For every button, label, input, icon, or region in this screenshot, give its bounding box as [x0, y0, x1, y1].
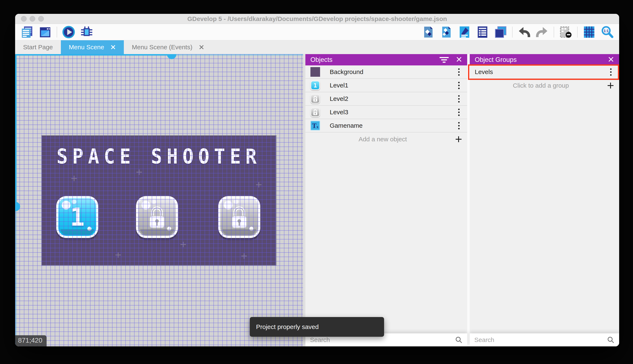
panel-divider: [467, 54, 470, 346]
save-toast: Project properly saved: [250, 317, 384, 337]
maximize-window-button[interactable]: [38, 16, 44, 22]
panel-title: Objects: [310, 56, 432, 64]
group-row-levels[interactable]: Levels: [470, 66, 619, 79]
panel-divider: [303, 54, 305, 346]
play-icon[interactable]: [62, 26, 75, 38]
window-title: GDevelop 5 - /Users/dkarakay/Documents/G…: [187, 15, 447, 22]
tabbar: Start Page Menu Scene Menu Scene (Events…: [15, 40, 619, 54]
sparkle: [136, 170, 142, 175]
sparkle: [71, 176, 77, 181]
redo-icon[interactable]: [536, 26, 549, 38]
horizontal-scrollbar-thumb[interactable]: [167, 54, 176, 59]
sparkle: [115, 252, 121, 258]
sparkle: [180, 242, 186, 247]
button-highlight: [152, 200, 156, 204]
object-row-background[interactable]: Background: [305, 66, 467, 79]
project-manager-icon[interactable]: [21, 26, 34, 38]
gamename-text-object[interactable]: SPACE SHOOTER: [42, 144, 276, 168]
objects-panel: Objects Background 1: [305, 54, 467, 346]
locked-thumbnail-icon: [310, 94, 320, 104]
button-highlight: [141, 201, 150, 210]
object-name: Background: [330, 68, 454, 76]
tab-menu-scene[interactable]: Menu Scene: [61, 40, 124, 54]
button-highlight: [224, 201, 232, 210]
text-object-thumbnail-icon: Tx: [310, 121, 320, 130]
object-groups-panel-icon[interactable]: [440, 26, 453, 38]
instances-mask-icon[interactable]: [559, 26, 572, 38]
level-number: 1: [70, 202, 85, 232]
tab-start-page[interactable]: Start Page: [15, 40, 61, 54]
lock-icon: [147, 205, 167, 229]
object-row-level3[interactable]: Level3: [305, 106, 467, 119]
plus-icon: [455, 136, 462, 143]
level1-button-object[interactable]: 1: [56, 196, 98, 238]
level3-button-object[interactable]: [218, 196, 260, 238]
close-icon[interactable]: [199, 44, 204, 50]
lock-icon: [229, 205, 249, 229]
traffic-lights: [21, 14, 44, 24]
grid-icon[interactable]: [583, 26, 596, 38]
tab-label: Menu Scene: [69, 44, 104, 51]
object-row-gamename[interactable]: Tx Gamename: [305, 119, 467, 132]
panel-title: Object Groups: [475, 56, 601, 64]
object-groups-panel: Object Groups Levels Click to add a grou…: [470, 54, 619, 346]
horizontal-scrollbar-fill: [15, 54, 172, 56]
toolbar-left-group: [21, 26, 93, 38]
toolbar-separator: [512, 27, 512, 38]
objects-panel-header: Objects: [305, 54, 467, 66]
minimize-window-button[interactable]: [30, 16, 35, 22]
kebab-menu-icon[interactable]: [454, 107, 463, 117]
undo-icon[interactable]: [518, 26, 531, 38]
objects-search-input[interactable]: [310, 336, 455, 344]
properties-panel-icon[interactable]: [458, 26, 471, 38]
desktop-backdrop: GDevelop 5 - /Users/dkarakay/Documents/G…: [0, 0, 633, 364]
objects-list: Background 1 Level1: [305, 66, 467, 334]
object-name: Gamename: [330, 122, 454, 129]
filter-icon[interactable]: [440, 57, 449, 63]
groups-search-bar: [470, 334, 619, 346]
close-icon[interactable]: [608, 56, 614, 63]
add-group-button[interactable]: Click to add a group: [470, 79, 619, 92]
kebab-menu-icon[interactable]: [454, 94, 463, 104]
object-name: Level1: [330, 82, 454, 89]
tab-label: Start Page: [23, 44, 53, 51]
sparkle: [256, 182, 261, 188]
button-shading: [61, 229, 94, 235]
main-content: SPACE SHOOTER 1: [15, 54, 619, 346]
cursor-coordinates: 871;420: [15, 335, 47, 346]
close-icon[interactable]: [456, 56, 462, 63]
add-new-object-button[interactable]: Add a new object: [305, 132, 467, 146]
sparkle: [241, 253, 247, 259]
level2-button-object[interactable]: [136, 196, 178, 238]
kebab-menu-icon[interactable]: [454, 121, 463, 131]
kebab-menu-icon[interactable]: [454, 67, 463, 77]
objects-panel-icon[interactable]: [422, 26, 435, 38]
search-icon: [455, 336, 463, 344]
layers-panel-icon[interactable]: [494, 26, 507, 38]
tab-menu-scene-events[interactable]: Menu Scene (Events): [124, 40, 212, 54]
toolbar-right-group: 1:1: [422, 26, 614, 38]
debug-icon[interactable]: [80, 26, 93, 38]
vertical-scrollbar-thumb[interactable]: [15, 202, 20, 211]
scene-editor-icon[interactable]: [39, 26, 52, 38]
button-shading: [222, 229, 256, 235]
scene-background-object[interactable]: SPACE SHOOTER 1: [42, 136, 276, 265]
kebab-menu-icon[interactable]: [454, 80, 463, 90]
groups-search-input[interactable]: [474, 336, 607, 344]
instances-list-icon[interactable]: [476, 26, 489, 38]
scene-canvas[interactable]: SPACE SHOOTER 1: [15, 54, 303, 346]
tab-label: Menu Scene (Events): [132, 44, 192, 51]
object-row-level1[interactable]: 1 Level1: [305, 79, 467, 92]
kebab-menu-icon[interactable]: [606, 67, 615, 77]
titlebar: GDevelop 5 - /Users/dkarakay/Documents/G…: [15, 14, 619, 24]
object-groups-panel-header: Object Groups: [470, 54, 619, 66]
locked-thumbnail-icon: [310, 107, 320, 117]
gdevelop-window: GDevelop 5 - /Users/dkarakay/Documents/G…: [15, 14, 619, 346]
button-highlight: [72, 200, 76, 204]
object-name: Level3: [330, 108, 454, 116]
zoom-original-icon[interactable]: 1:1: [601, 26, 614, 38]
group-name: Levels: [475, 68, 606, 76]
close-icon[interactable]: [110, 44, 116, 50]
close-window-button[interactable]: [21, 16, 27, 22]
object-row-level2[interactable]: Level2: [305, 92, 467, 106]
